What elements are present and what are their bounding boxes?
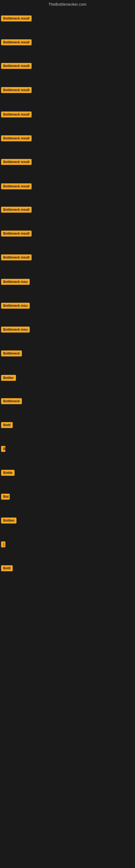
bottleneck-badge-19[interactable]: B [1,446,5,452]
bottleneck-badge-9[interactable]: Bottleneck result [1,207,32,213]
result-row-24: Bottl [1,565,13,572]
bottleneck-badge-10[interactable]: Bottleneck result [1,230,32,237]
result-row-1: Bottleneck result [1,16,32,23]
result-row-5: Bottleneck result [1,112,32,119]
bottleneck-badge-20[interactable]: Bottle [1,470,14,476]
result-row-6: Bottleneck result [1,135,32,143]
bottleneck-badge-17[interactable]: Bottleneck [1,398,22,404]
result-row-4: Bottleneck result [1,87,32,94]
bottleneck-badge-16[interactable]: Bottler [1,375,16,381]
result-row-11: Bottleneck result [1,254,32,261]
page-container: TheBottlenecker.com Bottleneck resultBot… [0,0,135,868]
result-row-14: Bottleneck resu [1,327,30,334]
site-title: TheBottlenecker.com [0,0,135,9]
bottleneck-badge-3[interactable]: Bottleneck result [1,63,32,69]
result-row-17: Bottleneck [1,398,22,405]
result-row-21: Bot [1,494,10,501]
bottleneck-badge-8[interactable]: Bottleneck result [1,183,32,189]
bottleneck-badge-11[interactable]: Bottleneck result [1,254,32,260]
result-row-2: Bottleneck result [1,39,32,46]
result-row-13: Bottleneck resu [1,303,30,310]
bottleneck-badge-21[interactable]: Bot [1,494,10,500]
result-row-19: B [1,446,5,453]
bottleneck-badge-2[interactable]: Bottleneck result [1,39,32,45]
result-row-3: Bottleneck result [1,63,32,70]
bottleneck-badge-4[interactable]: Bottleneck result [1,87,32,93]
bottleneck-badge-15[interactable]: Bottleneck [1,350,22,356]
result-row-10: Bottleneck result [1,230,32,238]
result-row-16: Bottler [1,375,16,382]
bottleneck-badge-12[interactable]: Bottleneck resu [1,279,30,285]
result-row-22: Bottlen [1,518,16,525]
bottleneck-badge-14[interactable]: Bottleneck resu [1,327,30,333]
bottleneck-badge-18[interactable]: Bottl [1,422,13,428]
result-row-23: | [1,541,5,549]
bottleneck-badge-5[interactable]: Bottleneck result [1,112,32,118]
result-row-12: Bottleneck resu [1,279,30,286]
bottleneck-badge-24[interactable]: Bottl [1,565,13,571]
result-row-7: Bottleneck result [1,159,32,166]
bottleneck-badge-13[interactable]: Bottleneck resu [1,303,30,309]
result-row-18: Bottl [1,422,13,429]
bottleneck-badge-23[interactable]: | [1,541,5,547]
bottleneck-badge-22[interactable]: Bottlen [1,518,16,524]
result-row-9: Bottleneck result [1,207,32,214]
result-row-20: Bottle [1,470,14,477]
bottleneck-badge-6[interactable]: Bottleneck result [1,135,32,141]
result-row-8: Bottleneck result [1,183,32,190]
bottleneck-badge-1[interactable]: Bottleneck result [1,16,32,22]
result-row-15: Bottleneck [1,350,22,358]
bottleneck-badge-7[interactable]: Bottleneck result [1,159,32,165]
